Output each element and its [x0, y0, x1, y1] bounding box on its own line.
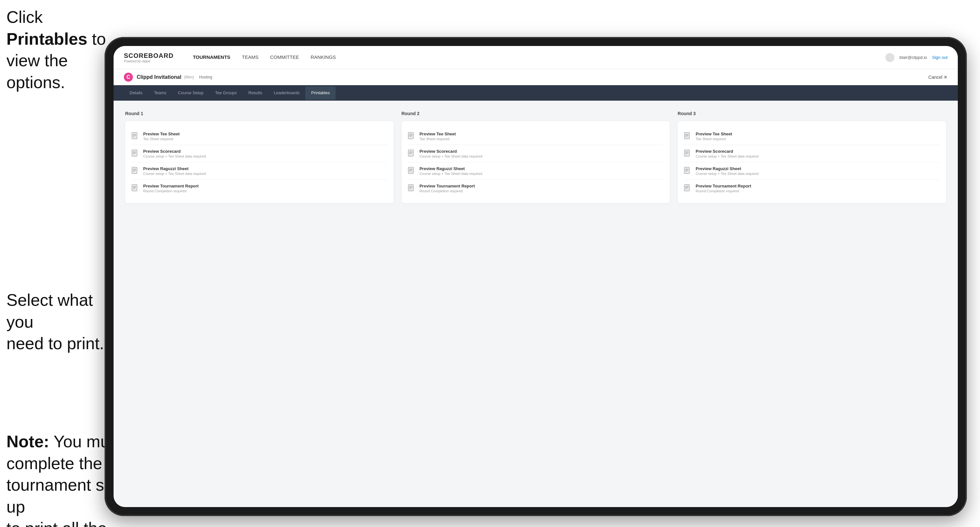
document-icon — [408, 132, 415, 141]
round-3-title: Round 3 — [678, 111, 946, 116]
logo-subtitle: Powered by clippd — [124, 59, 173, 63]
round-3-card: Preview Tee Sheet Tee Sheet required — [678, 121, 946, 203]
r1-report-title: Preview Tournament Report — [143, 184, 199, 189]
svg-rect-8 — [132, 150, 137, 156]
document-icon — [684, 167, 691, 175]
top-nav-right: blair@clippd.io Sign out — [885, 53, 948, 62]
svg-rect-24 — [408, 150, 414, 156]
svg-rect-16 — [132, 184, 137, 191]
logo-title: SCOREBOARD — [124, 52, 173, 59]
svg-rect-36 — [684, 132, 689, 139]
r2-report-title: Preview Tournament Report — [420, 184, 475, 189]
round-1-title: Round 1 — [125, 111, 394, 116]
user-avatar — [885, 53, 894, 62]
document-icon — [408, 167, 415, 175]
r3-raguzzi-title: Preview Raguzzi Sheet — [695, 166, 758, 171]
nav-committee[interactable]: COMMITTEE — [270, 53, 299, 62]
instruction-top-text: Click Printables toview the options. — [6, 8, 106, 92]
tablet-screen: SCOREBOARD Powered by clippd TOURNAMENTS… — [114, 46, 958, 507]
tab-printables[interactable]: Printables — [305, 86, 336, 100]
r2-scorecard[interactable]: Preview Scorecard Course setup + Tee She… — [408, 145, 664, 162]
r1-tee-sheet-title: Preview Tee Sheet — [143, 132, 180, 137]
tablet: SCOREBOARD Powered by clippd TOURNAMENTS… — [105, 37, 967, 516]
top-nav-links: TOURNAMENTS TEAMS COMMITTEE RANKINGS — [193, 53, 885, 62]
round-3-column: Round 3 Preview Tee Sheet Tee S — [678, 111, 946, 203]
svg-rect-4 — [132, 132, 137, 139]
tab-course-setup[interactable]: Course Setup — [172, 86, 210, 100]
r2-raguzzi-subtitle: Course setup + Tee Sheet data required — [420, 172, 482, 176]
printables-bold: Printables — [6, 30, 87, 48]
round-2-title: Round 2 — [401, 111, 670, 116]
r1-raguzzi-subtitle: Course setup + Tee Sheet data required — [143, 172, 206, 176]
r1-raguzzi[interactable]: Preview Raguzzi Sheet Course setup + Tee… — [132, 162, 387, 180]
nav-teams[interactable]: TEAMS — [242, 53, 259, 62]
sub-nav: Details Teams Course Setup Tee Groups Re… — [114, 85, 958, 101]
r3-raguzzi[interactable]: Preview Raguzzi Sheet Course setup + Tee… — [684, 162, 940, 180]
r3-tournament-report[interactable]: Preview Tournament Report Round Completi… — [684, 180, 940, 197]
instruction-middle-text: Select what youneed to print. — [6, 290, 104, 353]
cancel-button[interactable]: Cancel ✕ — [929, 75, 948, 80]
tournament-status: Hosting — [199, 75, 212, 79]
document-icon — [684, 149, 691, 158]
r2-report-subtitle: Round Completion required — [420, 189, 475, 193]
document-icon — [132, 167, 138, 175]
r3-tee-sheet-subtitle: Tee Sheet required — [695, 137, 732, 141]
tournament-tag: (Men) — [184, 75, 194, 79]
sign-out-link[interactable]: Sign out — [932, 55, 948, 60]
r3-raguzzi-subtitle: Course setup + Tee Sheet data required — [695, 172, 758, 176]
r3-scorecard[interactable]: Preview Scorecard Course setup + Tee She… — [684, 145, 940, 162]
tab-tee-groups[interactable]: Tee Groups — [210, 86, 243, 100]
instruction-middle: Select what youneed to print. — [6, 289, 116, 355]
r3-report-title: Preview Tournament Report — [695, 184, 751, 189]
round-2-card: Preview Tee Sheet Tee Sheet required — [401, 121, 670, 203]
tab-leaderboards[interactable]: Leaderboards — [268, 86, 305, 100]
svg-rect-48 — [684, 184, 689, 191]
user-email: blair@clippd.io — [900, 55, 927, 60]
document-icon — [132, 184, 138, 193]
r1-raguzzi-title: Preview Raguzzi Sheet — [143, 166, 206, 171]
svg-rect-32 — [408, 184, 414, 191]
r2-scorecard-title: Preview Scorecard — [420, 149, 482, 154]
rounds-container: Round 1 Preview Tee Sheet Tee S — [125, 111, 946, 203]
top-nav: SCOREBOARD Powered by clippd TOURNAMENTS… — [114, 46, 958, 69]
svg-rect-44 — [684, 167, 689, 174]
r3-scorecard-subtitle: Course setup + Tee Sheet data required — [695, 154, 758, 158]
nav-tournaments[interactable]: TOURNAMENTS — [193, 53, 230, 62]
r2-scorecard-subtitle: Course setup + Tee Sheet data required — [420, 154, 482, 158]
nav-rankings[interactable]: RANKINGS — [311, 53, 336, 62]
r3-tee-sheet-title: Preview Tee Sheet — [695, 132, 732, 137]
r2-tournament-report[interactable]: Preview Tournament Report Round Completi… — [408, 180, 664, 197]
r1-tee-sheet[interactable]: Preview Tee Sheet Tee Sheet required — [132, 128, 387, 145]
r1-report-subtitle: Round Completion required — [143, 189, 199, 193]
round-1-column: Round 1 Preview Tee Sheet Tee S — [125, 111, 394, 203]
svg-rect-12 — [132, 167, 137, 174]
tournament-name: Clippd Invitational — [137, 74, 181, 80]
svg-rect-20 — [408, 132, 414, 139]
tournament-logo: C — [124, 73, 133, 82]
r2-tee-sheet-title: Preview Tee Sheet — [420, 132, 456, 137]
r2-raguzzi-title: Preview Raguzzi Sheet — [420, 166, 482, 171]
r1-tee-sheet-subtitle: Tee Sheet required — [143, 137, 180, 141]
svg-rect-40 — [684, 150, 689, 156]
round-1-card: Preview Tee Sheet Tee Sheet required — [125, 121, 394, 203]
document-icon — [684, 184, 691, 193]
document-icon — [684, 132, 691, 141]
r1-tournament-report[interactable]: Preview Tournament Report Round Completi… — [132, 180, 387, 197]
r3-scorecard-title: Preview Scorecard — [695, 149, 758, 154]
r2-tee-sheet[interactable]: Preview Tee Sheet Tee Sheet required — [408, 128, 664, 145]
tab-details[interactable]: Details — [124, 86, 148, 100]
main-content: Round 1 Preview Tee Sheet Tee S — [114, 101, 958, 507]
round-2-column: Round 2 Preview Tee Sheet Tee S — [401, 111, 670, 203]
tournament-bar: C Clippd Invitational (Men) Hosting Canc… — [114, 69, 958, 85]
tab-teams[interactable]: Teams — [148, 86, 172, 100]
r1-scorecard-subtitle: Course setup + Tee Sheet data required — [143, 154, 206, 158]
r2-raguzzi[interactable]: Preview Raguzzi Sheet Course setup + Tee… — [408, 162, 664, 180]
tab-results[interactable]: Results — [243, 86, 268, 100]
r1-scorecard-title: Preview Scorecard — [143, 149, 206, 154]
r1-scorecard[interactable]: Preview Scorecard Course setup + Tee She… — [132, 145, 387, 162]
r2-tee-sheet-subtitle: Tee Sheet required — [420, 137, 456, 141]
instruction-top: Click Printables toview the options. — [6, 6, 110, 93]
document-icon — [408, 149, 415, 158]
scoreboard-logo: SCOREBOARD Powered by clippd — [124, 52, 173, 63]
r3-tee-sheet[interactable]: Preview Tee Sheet Tee Sheet required — [684, 128, 940, 145]
